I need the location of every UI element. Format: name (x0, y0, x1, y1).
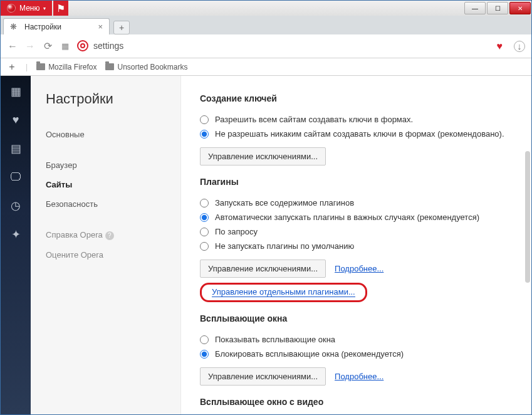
news-rail-icon[interactable]: ▤ (11, 142, 21, 155)
bookmark-label: Unsorted Bookmarks (117, 63, 187, 71)
new-tab-button[interactable]: + (113, 21, 130, 34)
opera-logo-icon (7, 4, 16, 13)
plugins-runall-radio[interactable]: Запускать все содержимое плагинов (200, 196, 513, 210)
keys-deny-radio[interactable]: Не разрешать никаким сайтам создавать кл… (200, 127, 513, 141)
plugins-exceptions-button[interactable]: Управление исключениями... (200, 260, 326, 278)
section-plugins-title: Плагины (200, 177, 513, 187)
minimize-button[interactable]: — (464, 2, 486, 14)
left-rail: ▦ ♥ ▤ 🖵 ◷ ✦ (1, 76, 31, 414)
close-window-button[interactable]: ✕ (509, 2, 531, 14)
section-popups-title: Всплывающие окна (200, 313, 513, 323)
menu-label: Меню (19, 4, 39, 13)
sidebar-item-help[interactable]: Справка Opera? (46, 225, 165, 245)
heart-rail-icon[interactable]: ♥ (13, 113, 19, 127)
section-video-title: Всплывающее окно с видео (200, 397, 513, 407)
address-bar[interactable] (77, 40, 491, 52)
add-bookmark-button[interactable]: + (7, 61, 17, 73)
keys-allow-radio[interactable]: Разрешить всем сайтам создавать ключи в … (200, 112, 513, 127)
bookmark-label: Mozilla Firefox (48, 63, 96, 71)
sidebar-item-security[interactable]: Безопасность (46, 194, 165, 214)
highlighted-link-box: Управление отдельными плагинами... (200, 283, 367, 302)
radio-label: Автоматически запускать плагины в важных… (215, 213, 479, 222)
toolbar: ← → ⟳ ▦ ♥ ↓ (1, 34, 531, 58)
popups-exceptions-button[interactable]: Управление исключениями... (200, 367, 326, 386)
flag-icon[interactable]: ⚑ (53, 1, 68, 16)
reload-button[interactable]: ⟳ (42, 40, 53, 52)
close-tab-icon[interactable]: × (98, 22, 103, 31)
radio-label: Показывать всплывающие окна (215, 335, 335, 344)
page-title: Настройки (46, 91, 165, 107)
title-bar: Меню ▾ ⚑ — ☐ ✕ (1, 1, 531, 16)
opera-o-icon (77, 40, 88, 51)
extensions-rail-icon[interactable]: ✦ (11, 228, 21, 241)
radio-label: По запросу (215, 227, 258, 236)
history-rail-icon[interactable]: ◷ (11, 199, 21, 213)
plugins-auto-radio[interactable]: Автоматически запускать плагины в важных… (200, 210, 513, 224)
popups-more-link[interactable]: Подробнее... (335, 372, 383, 381)
popups-block-radio[interactable]: Блокировать всплывающие окна (рекомендуе… (200, 347, 513, 361)
bookmark-folder-unsorted[interactable]: Unsorted Bookmarks (105, 63, 187, 71)
plugins-never-radio[interactable]: Не запускать плагины по умолчанию (200, 239, 513, 253)
sidebar-item-browser[interactable]: Браузер (46, 155, 165, 175)
plugins-ondemand-radio[interactable]: По запросу (200, 224, 513, 239)
tab-settings[interactable]: ❋ Настройки × (3, 18, 110, 34)
speeddial-rail-icon[interactable]: ▦ (11, 85, 21, 98)
bookmark-folder-firefox[interactable]: Mozilla Firefox (36, 63, 96, 71)
download-icon[interactable]: ↓ (514, 41, 525, 52)
folder-icon (105, 63, 114, 70)
folder-icon (36, 63, 45, 70)
bookmarks-bar: + | Mozilla Firefox Unsorted Bookmarks (1, 58, 531, 76)
tab-label: Настройки (24, 23, 94, 31)
keys-exceptions-button[interactable]: Управление исключениями... (200, 147, 326, 165)
radio-label: Не запускать плагины по умолчанию (215, 241, 354, 251)
manage-plugins-link[interactable]: Управление отдельными плагинами... (212, 287, 355, 297)
radio-label: Не разрешать никаким сайтам создавать кл… (215, 129, 504, 139)
popups-show-radio[interactable]: Показывать всплывающие окна (200, 332, 513, 347)
sidebar-item-sites[interactable]: Сайты (46, 175, 165, 194)
section-keys-title: Создание ключей (200, 93, 513, 103)
address-input[interactable] (93, 41, 491, 51)
scrollbar-thumb[interactable] (525, 151, 530, 283)
back-button[interactable]: ← (7, 41, 18, 52)
tab-strip: ❋ Настройки × + (1, 16, 531, 34)
plugins-more-link[interactable]: Подробнее... (335, 264, 383, 273)
settings-sidebar: Настройки Основные Браузер Сайты Безопас… (31, 76, 181, 414)
gear-icon: ❋ (10, 22, 17, 31)
devices-rail-icon[interactable]: 🖵 (10, 171, 21, 184)
sidebar-item-rate[interactable]: Оцените Opera (46, 245, 165, 265)
question-icon: ? (105, 231, 114, 240)
radio-label: Разрешить всем сайтам создавать ключи в … (215, 115, 413, 124)
chevron-down-icon: ▾ (43, 6, 46, 11)
maximize-button[interactable]: ☐ (487, 2, 508, 14)
speeddial-icon[interactable]: ▦ (60, 41, 71, 51)
heart-icon[interactable]: ♥ (497, 41, 503, 52)
radio-label: Запускать все содержимое плагинов (215, 198, 354, 208)
sidebar-item-basic[interactable]: Основные (46, 125, 165, 144)
settings-main: Создание ключей Разрешить всем сайтам со… (181, 76, 531, 414)
forward-button[interactable]: → (24, 41, 36, 52)
opera-menu-button[interactable]: Меню ▾ (1, 1, 52, 16)
radio-label: Блокировать всплывающие окна (рекомендуе… (215, 349, 404, 359)
